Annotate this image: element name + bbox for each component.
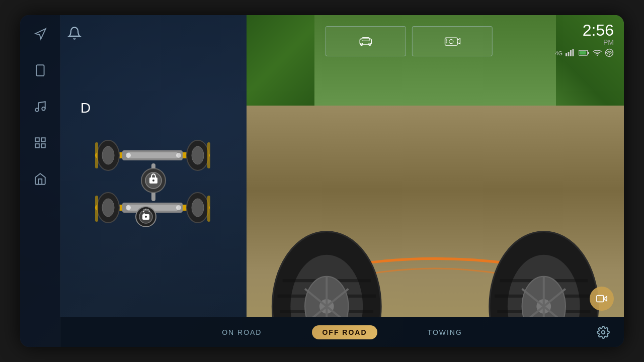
svg-point-25 (446, 39, 447, 40)
svg-point-4 (42, 107, 45, 111)
svg-point-40 (152, 179, 154, 182)
svg-rect-59 (95, 196, 98, 222)
svg-point-26 (446, 40, 447, 41)
svg-point-44 (102, 199, 114, 217)
svg-rect-7 (35, 144, 39, 148)
svg-point-52 (145, 216, 147, 218)
svg-point-24 (449, 40, 453, 44)
wifi-icon (593, 49, 602, 57)
svg-point-55 (126, 205, 131, 210)
drive-mode: D (60, 100, 92, 116)
mode-towing[interactable]: TOWING (418, 325, 472, 339)
svg-point-16 (597, 55, 598, 56)
wireless-icon (605, 48, 614, 58)
mode-on-road[interactable]: ON ROAD (212, 325, 272, 339)
trail-scene (247, 15, 624, 317)
drivetrain-diagram (88, 121, 219, 242)
sidebar-item-phone[interactable] (31, 61, 49, 79)
svg-rect-5 (35, 138, 39, 142)
sidebar-item-apps[interactable] (31, 134, 49, 152)
svg-point-53 (126, 153, 131, 158)
svg-rect-10 (568, 52, 570, 56)
status-icons: 4G (555, 48, 614, 58)
mode-off-road[interactable]: OFF ROAD (312, 325, 377, 339)
svg-point-18 (609, 54, 610, 55)
sidebar-item-navigation[interactable] (31, 25, 49, 43)
svg-point-33 (192, 146, 204, 164)
sidebar (20, 15, 60, 347)
svg-rect-14 (588, 52, 589, 54)
sidebar-item-music[interactable] (31, 98, 49, 116)
tab-exterior[interactable] (326, 26, 406, 56)
svg-point-82 (602, 331, 605, 334)
svg-rect-12 (573, 49, 574, 56)
svg-point-54 (176, 153, 181, 158)
battery-icon (579, 50, 590, 57)
svg-rect-1 (36, 65, 44, 76)
svg-rect-35 (127, 152, 178, 158)
svg-rect-15 (580, 51, 586, 55)
svg-rect-58 (207, 142, 210, 168)
svg-rect-19 (360, 39, 371, 44)
svg-rect-11 (570, 50, 572, 56)
svg-point-31 (102, 146, 114, 164)
svg-point-56 (176, 205, 181, 210)
svg-rect-9 (566, 53, 567, 56)
svg-rect-57 (95, 142, 98, 168)
camera-button[interactable] (590, 287, 614, 311)
camera-view (247, 15, 624, 317)
svg-marker-0 (35, 29, 46, 39)
status-bar: 2:56 PM 4G (555, 22, 614, 58)
notification-bell[interactable] (67, 26, 82, 42)
svg-rect-6 (41, 138, 45, 142)
svg-point-27 (446, 42, 447, 43)
clock-ampm: PM (603, 38, 614, 46)
svg-point-3 (35, 108, 39, 112)
svg-rect-81 (597, 296, 604, 302)
tab-bar (326, 26, 493, 56)
main-content: D (60, 15, 624, 347)
mode-bar: ON ROAD OFF ROAD TOWING (60, 317, 624, 347)
clock: 2:56 (583, 22, 614, 38)
tab-camera[interactable] (412, 26, 493, 56)
svg-rect-60 (207, 196, 210, 222)
settings-button[interactable] (593, 322, 614, 343)
svg-point-46 (192, 199, 204, 217)
sidebar-item-home[interactable] (31, 170, 49, 188)
signal-icon (566, 49, 576, 57)
drivetrain-panel: D (60, 15, 247, 317)
network-label: 4G (555, 50, 562, 56)
svg-rect-8 (41, 144, 45, 148)
